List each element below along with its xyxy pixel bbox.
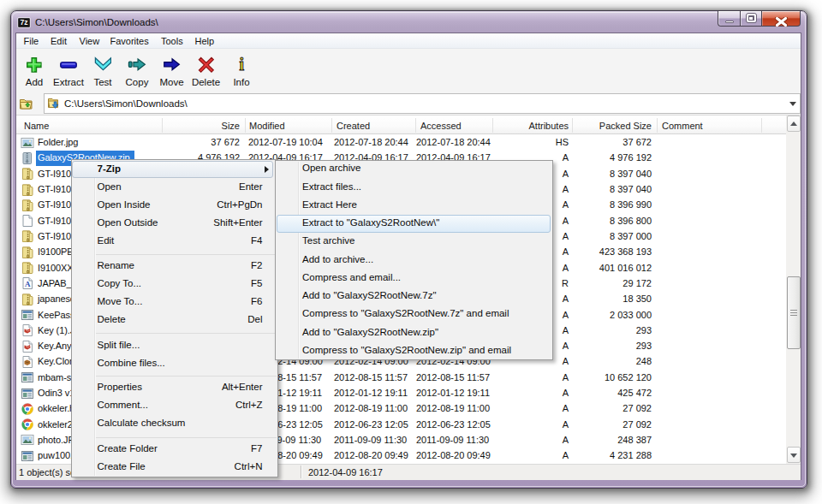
svg-text:A: A (25, 280, 31, 288)
svg-text:i: i (239, 56, 244, 73)
